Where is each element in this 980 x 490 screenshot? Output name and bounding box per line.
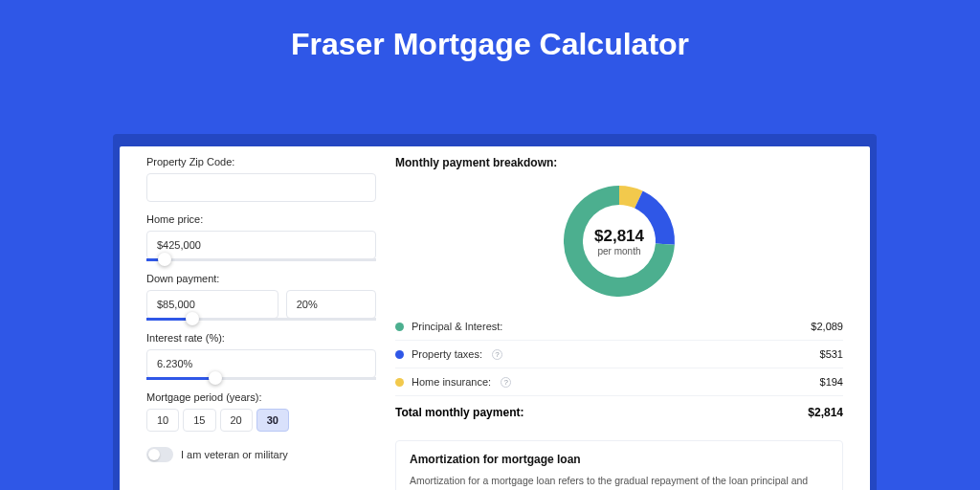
page-title: Fraser Mortgage Calculator bbox=[0, 0, 980, 85]
donut-sub: per month bbox=[597, 246, 640, 256]
total-row: Total monthly payment: $2,814 bbox=[395, 395, 843, 429]
down-group: Down payment: bbox=[146, 273, 376, 321]
legend-label: Property taxes: bbox=[412, 348, 482, 360]
total-label: Total monthly payment: bbox=[395, 406, 523, 419]
amortization-box: Amortization for mortgage loan Amortizat… bbox=[395, 440, 843, 490]
donut-value: $2,814 bbox=[594, 227, 644, 246]
legend-value: $2,089 bbox=[811, 321, 843, 332]
legend-row: Home insurance:?$194 bbox=[395, 368, 843, 395]
zip-input[interactable] bbox=[146, 173, 376, 202]
down-amount-input[interactable] bbox=[146, 290, 278, 319]
info-icon[interactable]: ? bbox=[492, 349, 502, 360]
slider-thumb-icon[interactable] bbox=[158, 253, 171, 266]
legend-value: $531 bbox=[820, 348, 843, 360]
donut-center: $2,814 per month bbox=[561, 183, 678, 300]
amortization-heading: Amortization for mortgage loan bbox=[410, 453, 829, 466]
form-column: Property Zip Code: Home price: Down paym… bbox=[146, 156, 376, 490]
zip-group: Property Zip Code: bbox=[146, 156, 376, 202]
legend-dot-icon bbox=[395, 323, 404, 331]
period-buttons: 10152030 bbox=[146, 409, 376, 432]
calculator-card: Property Zip Code: Home price: Down paym… bbox=[120, 146, 870, 490]
slider-thumb-icon[interactable] bbox=[209, 371, 222, 385]
legend-label: Principal & Interest: bbox=[412, 321, 502, 332]
price-input[interactable] bbox=[146, 231, 376, 259]
legend-value: $194 bbox=[820, 376, 843, 388]
info-icon[interactable]: ? bbox=[501, 377, 511, 388]
period-button-10[interactable]: 10 bbox=[146, 409, 179, 432]
legend-row: Principal & Interest:$2,089 bbox=[395, 313, 843, 340]
legend-label: Home insurance: bbox=[412, 376, 491, 388]
slider-thumb-icon[interactable] bbox=[186, 312, 199, 325]
price-slider[interactable] bbox=[146, 258, 376, 261]
legend-left: Principal & Interest: bbox=[395, 321, 502, 332]
rate-slider[interactable] bbox=[146, 377, 376, 380]
breakdown-column: Monthly payment breakdown: $2,814 per mo… bbox=[395, 156, 843, 490]
legend-dot-icon bbox=[395, 378, 404, 387]
legend-left: Property taxes:? bbox=[395, 348, 502, 360]
veteran-row: I am veteran or military bbox=[146, 447, 376, 462]
period-label: Mortgage period (years): bbox=[146, 391, 376, 403]
price-group: Home price: bbox=[146, 213, 376, 261]
down-label: Down payment: bbox=[146, 273, 376, 284]
rate-group: Interest rate (%): bbox=[146, 332, 376, 380]
veteran-toggle[interactable] bbox=[146, 447, 173, 462]
period-button-15[interactable]: 15 bbox=[183, 409, 215, 432]
rate-input[interactable] bbox=[146, 349, 376, 378]
price-label: Home price: bbox=[146, 213, 376, 225]
amortization-text: Amortization for a mortgage loan refers … bbox=[410, 474, 829, 490]
legend-row: Property taxes:?$531 bbox=[395, 340, 843, 368]
total-value: $2,814 bbox=[808, 406, 843, 419]
legend: Principal & Interest:$2,089Property taxe… bbox=[395, 313, 843, 395]
period-button-30[interactable]: 30 bbox=[256, 409, 289, 432]
legend-left: Home insurance:? bbox=[395, 376, 511, 388]
donut-chart: $2,814 per month bbox=[561, 183, 678, 300]
rate-label: Interest rate (%): bbox=[146, 332, 376, 344]
breakdown-heading: Monthly payment breakdown: bbox=[395, 156, 843, 169]
donut-wrap: $2,814 per month bbox=[395, 179, 843, 313]
period-group: Mortgage period (years): 10152030 bbox=[146, 391, 376, 432]
down-percent-input[interactable] bbox=[286, 290, 376, 319]
legend-dot-icon bbox=[395, 350, 404, 359]
period-button-20[interactable]: 20 bbox=[220, 409, 253, 432]
down-slider[interactable] bbox=[146, 318, 376, 321]
veteran-label: I am veteran or military bbox=[181, 449, 288, 460]
zip-label: Property Zip Code: bbox=[146, 156, 376, 167]
